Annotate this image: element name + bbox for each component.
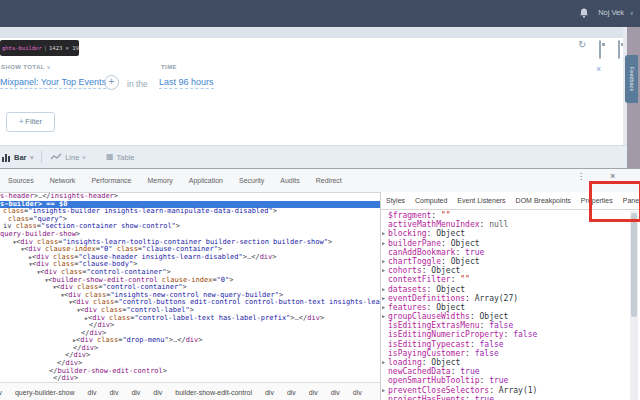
dom-tree-line[interactable]: ▶<div class="drop-menu">…</div> [0, 337, 380, 345]
property-value: Array(1) [499, 386, 538, 395]
breadcrumb-item[interactable]: builder-show-edit-control [175, 389, 252, 396]
property-row[interactable]: ▶datasets: Object [382, 285, 628, 294]
chart-type-line[interactable]: Line∨ [50, 153, 86, 162]
breadcrumb-item[interactable]: div [309, 389, 318, 396]
panel-state-properties: $fragment: ""activeMathMenuIndex: null▶b… [382, 211, 628, 400]
notifications-bell-icon[interactable] [578, 7, 590, 19]
pane-divider[interactable] [380, 192, 381, 400]
property-name: isPayingCustomer [388, 349, 465, 358]
time-range-link[interactable]: Last 96 hours [159, 77, 214, 89]
close-icon[interactable]: × [596, 64, 601, 74]
property-value: true [475, 395, 494, 400]
devtools-tab-audits[interactable]: Audits [272, 177, 307, 184]
property-row[interactable]: newCachedData: true [382, 367, 628, 376]
filter-plus-icon: + [19, 117, 23, 126]
dom-tree-line[interactable]: </div> [0, 322, 380, 330]
property-row[interactable]: isEditingExtrasMenu: false [382, 321, 628, 330]
devtools-tab-network[interactable]: Network [42, 177, 84, 184]
chart-type-table[interactable]: ▦ Table [106, 153, 135, 162]
property-value: Object [451, 257, 480, 266]
devtools-tab-performance[interactable]: Performance [83, 177, 139, 184]
property-row[interactable]: openSmartHubTooltip: true [382, 376, 628, 385]
sidebar-scrollbar[interactable] [630, 211, 638, 400]
bookmark-icon[interactable] [599, 40, 601, 59]
devtools-kebab-menu-icon[interactable]: ⋮ [577, 172, 585, 181]
property-row[interactable]: ▶groupClauseWidths: Object [382, 312, 628, 321]
property-row[interactable]: ▶loading: Object [382, 358, 628, 367]
refresh-icon[interactable]: ↻ [578, 39, 586, 50]
property-row[interactable]: isPayingCustomer: false [382, 349, 628, 358]
property-value: false [475, 349, 499, 358]
property-name: preventCloseSelectors [388, 386, 489, 395]
devtools-tab-sources[interactable]: Sources [0, 177, 42, 184]
property-row[interactable]: canAddBookmark: true [382, 248, 628, 257]
sidebar-tab-computed[interactable]: Computed [410, 197, 452, 204]
user-menu-chevron-icon[interactable]: ∨ [630, 9, 634, 16]
breadcrumb-item[interactable]: div [287, 389, 296, 396]
sidebar-tab-event-listeners[interactable]: Event Listeners [452, 197, 510, 204]
property-value: false [480, 340, 504, 349]
user-menu[interactable]: Noj Vek [598, 8, 624, 17]
breadcrumb-item[interactable]: div [87, 389, 96, 396]
property-row[interactable]: ▶blocking: Object [382, 229, 628, 238]
property-colon: : [427, 229, 437, 238]
breadcrumb-item[interactable]: div [153, 389, 162, 396]
devtools-tab-memory[interactable]: Memory [139, 177, 180, 184]
property-row[interactable]: ▶preventCloseSelectors: Array(1) [382, 386, 628, 395]
breadcrumb-item[interactable]: div [109, 389, 118, 396]
property-value: "" [460, 275, 470, 284]
property-row[interactable]: ▶features: Object [382, 303, 628, 312]
property-row[interactable]: ▶cohorts: Object [382, 266, 628, 275]
add-event-button[interactable]: + [104, 75, 119, 90]
breadcrumb-item[interactable]: div [331, 389, 340, 396]
devtools-panel: SourcesNetworkPerformanceMemoryApplicati… [0, 168, 640, 400]
property-value: Object [480, 312, 509, 321]
breadcrumb-item[interactable]: div [131, 389, 140, 396]
property-colon: : [480, 220, 490, 229]
property-colon: : [504, 330, 514, 339]
property-name: groupClauseWidths [388, 312, 470, 321]
dom-tree-line[interactable]: ▶<div class="control-label-text has-labe… [0, 315, 380, 323]
property-name: datasets [388, 285, 427, 294]
property-name: canAddBookmark [388, 248, 455, 257]
property-name: builderPane [388, 239, 441, 248]
property-colon: : [480, 321, 490, 330]
devtools-tab-application[interactable]: Application [181, 177, 231, 184]
toolbar-divider [41, 151, 42, 163]
property-row[interactable]: projectHasEvents: true [382, 395, 628, 400]
devtools-tab-security[interactable]: Security [231, 177, 272, 184]
property-name: contextFilter [388, 275, 451, 284]
breadcrumb-item[interactable]: div [265, 389, 274, 396]
property-row[interactable]: ▶builderPane: Object [382, 239, 628, 248]
property-value: Object [436, 285, 465, 294]
property-value: "" [441, 211, 451, 220]
scrollbar-thumb[interactable] [631, 213, 637, 317]
property-colon: : [451, 275, 461, 284]
sidebar-tab-styles[interactable]: Styles [381, 197, 410, 204]
sidebar-tab-dom-breakpoints[interactable]: DOM Breakpoints [511, 197, 576, 204]
filter-button[interactable]: +Filter [6, 112, 55, 132]
property-row[interactable]: ▶eventDefinitions: Array(27) [382, 294, 628, 303]
breadcrumb-item[interactable]: div [353, 389, 362, 396]
property-colon: : [422, 266, 432, 275]
property-name: loading [388, 358, 422, 367]
property-value: false [513, 330, 537, 339]
chart-type-bar[interactable]: Bar∨ [1, 153, 33, 162]
property-colon: : [441, 257, 451, 266]
event-selector-link[interactable]: Mixpanel: Your Top Events [0, 77, 106, 89]
property-row[interactable]: isEditingNumericProperty: false [382, 330, 628, 339]
property-colon: : [455, 248, 465, 257]
property-row[interactable]: ▶chartToggle: Object [382, 257, 628, 266]
property-name: eventDefinitions [388, 294, 465, 303]
devtools-close-icon[interactable]: × [610, 171, 615, 181]
devtools-tab-redirect[interactable]: Redirect [308, 177, 350, 184]
property-row[interactable]: isEditingTypecast: false [382, 340, 628, 349]
feedback-side-tab[interactable]: Feedback [625, 55, 638, 103]
property-value: true [489, 376, 508, 385]
property-value: true [460, 367, 479, 376]
breadcrumb-item[interactable]: div [0, 389, 2, 396]
dom-tree-line[interactable]: </div> [0, 345, 380, 353]
property-row[interactable]: contextFilter: "" [382, 275, 628, 284]
download-icon[interactable] [618, 40, 620, 59]
breadcrumb-item[interactable]: query-builder-show [15, 389, 75, 396]
